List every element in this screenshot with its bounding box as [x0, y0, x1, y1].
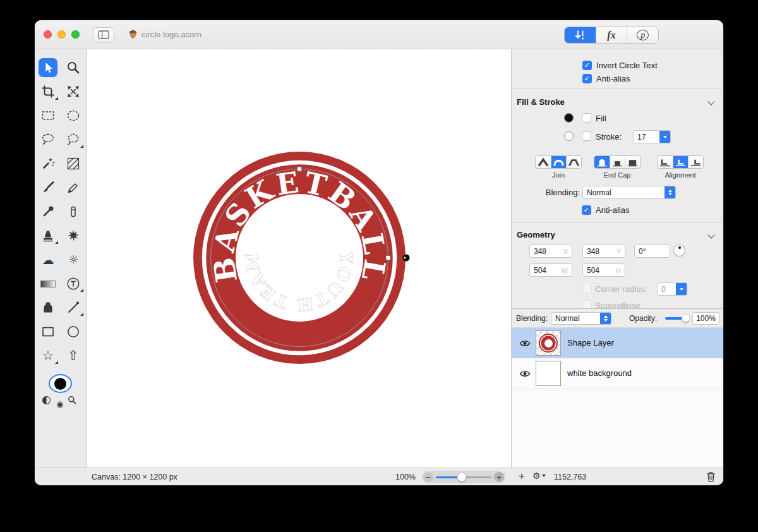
zoom-slider[interactable]: − + — [422, 471, 505, 483]
rotate-cursor[interactable] — [403, 255, 410, 262]
stamp-tool[interactable] — [35, 226, 61, 245]
invert-circle-text-checkbox[interactable] — [582, 61, 592, 70]
layer-blending-popup[interactable]: Normal — [551, 312, 611, 325]
tool-options-tab[interactable] — [565, 27, 596, 43]
join-segmented-control — [535, 155, 582, 169]
align-inside-button[interactable] — [658, 156, 673, 168]
canvas[interactable]: BASKETBALL YOUTH TEAM — [87, 49, 512, 468]
dodge-tool[interactable]: ☼ — [61, 250, 86, 269]
pencil-tool[interactable] — [61, 178, 86, 197]
layer-thumbnail[interactable] — [536, 330, 561, 356]
fill-stroke-collapse-chevron[interactable] — [707, 98, 714, 105]
ellipse-shape-tool[interactable] — [61, 322, 86, 341]
stroke-width-dropdown-button[interactable] — [659, 131, 670, 143]
geometry-collapse-chevron[interactable] — [707, 231, 714, 238]
stroke-antialias-checkbox[interactable] — [582, 205, 591, 215]
line-tool[interactable] — [61, 298, 86, 317]
stroke-label: Stroke: — [596, 132, 622, 142]
move-tool[interactable] — [35, 58, 61, 77]
gear-menu-button[interactable]: ⚙ — [532, 471, 546, 480]
layer-blending-label: Blending: — [516, 314, 548, 323]
height-value: 504 — [587, 266, 599, 275]
sidebar-toggle-button[interactable] — [93, 27, 114, 42]
splatter-tool[interactable] — [61, 226, 86, 245]
pencil-icon — [66, 180, 81, 195]
layer-thumbnail[interactable] — [536, 361, 561, 386]
close-button[interactable] — [44, 30, 52, 39]
logo-artwork: BASKETBALL YOUTH TEAM — [87, 49, 512, 468]
layer-visibility-toggle[interactable] — [519, 339, 531, 350]
layer-visibility-toggle[interactable] — [519, 369, 531, 380]
minimize-button[interactable] — [57, 30, 66, 39]
delete-layer-button[interactable] — [706, 471, 716, 485]
rotation-field[interactable]: 0° — [634, 245, 670, 258]
corner-radius-checkbox[interactable] — [582, 284, 592, 293]
ellipse-select-tool[interactable] — [61, 106, 86, 125]
text-tool[interactable] — [61, 274, 86, 293]
eye-icon — [519, 339, 531, 348]
stroke-blending-popup[interactable]: Normal — [582, 186, 676, 199]
resize-tool[interactable] — [61, 82, 86, 101]
join-bevel-button[interactable] — [566, 156, 581, 168]
cloud-tool[interactable]: ☁ — [35, 250, 61, 269]
circle-text-antialias-checkbox[interactable] — [582, 74, 592, 83]
resize-icon — [66, 84, 81, 99]
eyedropper-tool[interactable] — [35, 202, 61, 221]
gradient-tool[interactable] — [35, 274, 61, 293]
zoom-slider-knob[interactable] — [457, 473, 466, 481]
rect-select-tool[interactable] — [35, 106, 61, 125]
layer-row-background[interactable]: white background — [512, 358, 723, 389]
arrow-shape-tool[interactable]: ⇧ — [61, 346, 86, 365]
zoom-tool[interactable] — [61, 58, 86, 77]
corner-radius-dropdown-button[interactable] — [676, 283, 687, 295]
fill-tool[interactable] — [35, 298, 61, 317]
crop-tool[interactable] — [35, 82, 61, 101]
rotation-knob[interactable] — [673, 245, 685, 257]
zoom-in-button[interactable]: + — [494, 472, 504, 482]
selection-handle-right[interactable] — [386, 256, 390, 260]
document-proxy[interactable]: circle logo.acorn — [128, 29, 202, 39]
polygon-lasso-tool[interactable] — [61, 130, 86, 149]
height-field[interactable]: 504H — [582, 263, 625, 277]
rect-shape-tool[interactable] — [35, 322, 61, 341]
y-field[interactable]: 348Y — [582, 245, 625, 258]
loupe-button[interactable] — [68, 396, 76, 407]
opacity-field[interactable]: 100% — [692, 312, 719, 325]
tool-grid: ☁ ☼ ☆ ⇧ — [35, 58, 87, 365]
endcap-round-button[interactable] — [594, 156, 610, 168]
color-well[interactable] — [49, 374, 72, 393]
texture-brush-tool[interactable] — [61, 154, 86, 173]
endcap-square-button[interactable] — [625, 156, 640, 168]
join-round-button[interactable] — [551, 156, 566, 168]
selection-handle-top[interactable] — [298, 167, 302, 171]
lasso-tool[interactable] — [35, 130, 61, 149]
filters-tab[interactable]: fx — [596, 27, 627, 43]
window-zoom-button[interactable] — [71, 30, 80, 39]
star-shape-tool[interactable]: ☆ — [35, 346, 61, 365]
align-center-button[interactable] — [673, 156, 688, 168]
layer-row-shape[interactable]: Shape Layer — [512, 328, 723, 358]
zoom-out-button[interactable]: − — [423, 472, 433, 482]
default-colors-button[interactable]: ◉ — [56, 400, 63, 408]
stroke-width-field[interactable]: 17 — [633, 130, 671, 143]
x-field[interactable]: 348X — [529, 245, 572, 258]
processor-tab[interactable]: p — [627, 27, 658, 43]
width-field[interactable]: 504W — [529, 263, 572, 277]
gradient-icon — [40, 281, 56, 287]
rect-select-icon — [40, 108, 56, 123]
opacity-slider-knob[interactable] — [682, 314, 690, 322]
swap-colors-button[interactable]: ◐ — [42, 394, 51, 405]
stroke-checkbox[interactable] — [582, 131, 591, 141]
endcap-label: End Cap — [594, 171, 641, 179]
add-layer-button[interactable]: + — [519, 470, 525, 483]
magic-wand-tool[interactable] — [35, 154, 61, 173]
eraser-tool[interactable] — [61, 202, 86, 221]
join-miter-button[interactable] — [536, 156, 551, 168]
brush-tool[interactable] — [35, 178, 61, 197]
corner-radius-field[interactable]: 0 — [657, 282, 687, 296]
align-outside-button[interactable] — [688, 156, 703, 168]
fill-checkbox[interactable] — [582, 113, 591, 123]
stroke-color-well[interactable] — [564, 131, 574, 141]
fill-color-well[interactable] — [564, 113, 574, 123]
endcap-butt-button[interactable] — [610, 156, 625, 168]
